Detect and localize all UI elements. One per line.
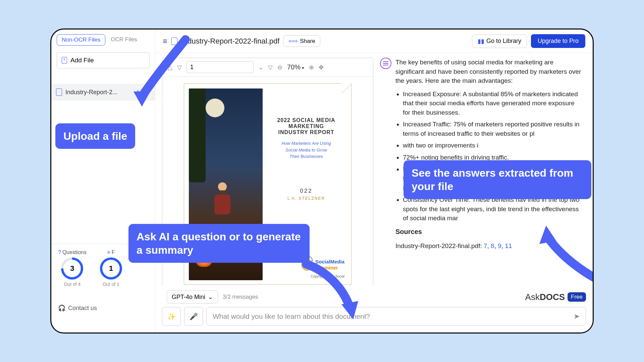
callout-ask: Ask AI a question or to generate a summa…	[128, 224, 310, 263]
contact-label: Contact us	[68, 305, 97, 312]
page-number-input[interactable]	[186, 61, 254, 73]
zoom-dropdown-icon[interactable]: ▾	[301, 65, 304, 70]
answer-bullet-6: Consistency Over Time: These benefits ha…	[403, 195, 583, 223]
source-page-7[interactable]: 7	[484, 242, 487, 249]
bookmark-icon[interactable]: ▽	[268, 64, 273, 71]
source-file: Industry-Report-2022-final.pdf:	[395, 242, 482, 249]
header-filename: Industry-Report-2022-final.pdf	[181, 37, 279, 46]
app-frame: Non-OCR Files OCR Files Add File Industr…	[50, 28, 594, 334]
arrow-ask-icon	[300, 257, 367, 326]
library-button[interactable]: ▮▮ Go to Library	[472, 35, 527, 48]
counter2-value: 1	[102, 260, 120, 277]
pdf-subtitle-2: Social Media to Grow	[268, 147, 344, 154]
questions-label: Questions	[62, 249, 87, 255]
answer-intro: The key benefits of using social media f…	[395, 58, 583, 85]
mic-icon[interactable]: 🎤	[184, 307, 203, 326]
questions-counter: ?Questions 3 Out of 4	[58, 249, 87, 287]
send-icon[interactable]: ➤	[574, 312, 580, 321]
ai-avatar-icon	[380, 58, 391, 69]
pdf-author: L A. STELZNER	[268, 196, 344, 201]
share-label: Share	[300, 38, 315, 45]
headset-icon: 🎧	[58, 304, 65, 312]
answer-bullet-3: with two or improvements i	[403, 141, 583, 150]
add-file-label: Add File	[70, 57, 94, 64]
questions-out-of: Out of 4	[64, 282, 81, 287]
message-count: 3/2 messages	[223, 294, 258, 300]
pdf-year: 022	[268, 188, 344, 194]
pdf-title-2: MARKETING	[268, 123, 344, 129]
chat-input-bar: GPT-4o Mini ⌄ 3/2 messages AskDOCS Free …	[155, 286, 593, 333]
pdf-title-1: 2022 SOCIAL MEDIA	[268, 117, 344, 123]
pdf-subtitle-3: Their Businesses	[268, 153, 344, 160]
upgrade-button[interactable]: Upgrade to Pro	[531, 34, 585, 48]
source-page-9[interactable]: 9	[498, 242, 501, 249]
zoom-out-icon[interactable]: ⊖	[277, 64, 282, 71]
answer-bullet-2: Increased Traffic: 75% of marketers repo…	[403, 120, 583, 138]
pdf-title-3: INDUSTRY REPORT	[268, 129, 344, 135]
model-selector[interactable]: GPT-4o Mini ⌄	[167, 290, 218, 304]
chevron-down-icon: ⌄	[208, 293, 213, 301]
callout-see: See the answers extracted from your file	[404, 160, 591, 199]
file-item-name: Industry-Report-2...	[65, 89, 133, 96]
arrow-upload-icon	[128, 36, 196, 111]
add-file-icon	[62, 57, 67, 64]
counter2-label: F	[112, 249, 115, 255]
model-label: GPT-4o Mini	[172, 294, 205, 301]
zoom-value: 70%	[287, 63, 301, 71]
library-label: Go to Library	[486, 38, 521, 45]
answer-bullet-1: Increased Exposure: A substantial 85% of…	[403, 89, 583, 117]
source-page-8[interactable]: 8	[491, 242, 494, 249]
arrow-see-icon	[531, 221, 594, 296]
move-icon[interactable]: ✥	[319, 64, 324, 71]
counter-2: ≡F 1 Out of 1	[100, 249, 122, 287]
header-bar: ≡ Industry-Report-2022-final.pdf ⇦⇨ Shar…	[155, 29, 593, 53]
contact-us-link[interactable]: 🎧 Contact us	[58, 304, 97, 312]
share-button[interactable]: ⇦⇨ Share	[283, 35, 320, 47]
svg-marker-0	[133, 92, 150, 107]
file-icon	[56, 88, 62, 96]
pdf-subtitle-1: How Marketers Are Using	[268, 140, 344, 147]
magic-icon[interactable]: ✨	[162, 307, 181, 326]
callout-upload: Upload a file	[55, 123, 135, 149]
chevron-down-icon[interactable]: ⌄	[258, 64, 263, 71]
tab-non-ocr[interactable]: Non-OCR Files	[57, 34, 105, 46]
library-icon: ▮▮	[478, 38, 484, 45]
source-page-11[interactable]: 11	[505, 242, 512, 249]
counter2-out-of: Out of 1	[103, 282, 119, 287]
questions-value: 3	[63, 260, 81, 277]
share-icon: ⇦⇨	[288, 38, 298, 45]
chat-text-input[interactable]: What would you like to learn about this …	[206, 307, 586, 326]
zoom-in-icon[interactable]: ⊕	[309, 64, 314, 71]
